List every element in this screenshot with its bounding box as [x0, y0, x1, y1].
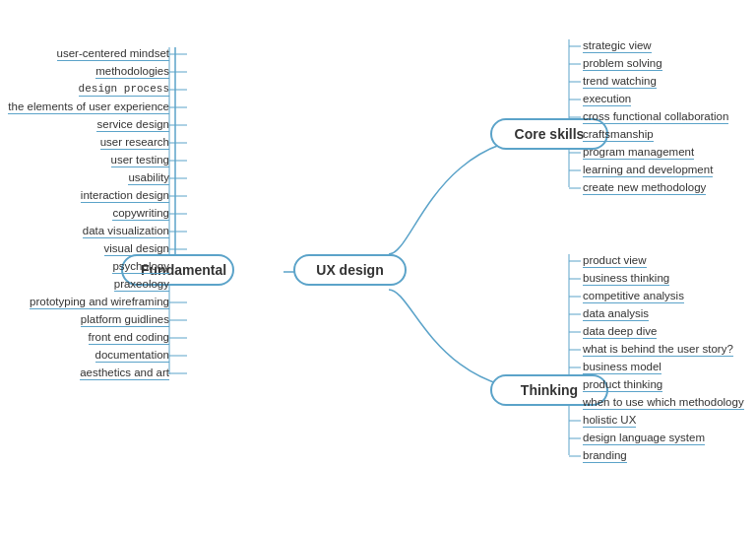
think-item-1: product view [583, 254, 647, 266]
left-item-14: praxeology [114, 278, 169, 290]
think-item-11: design language system [583, 432, 705, 443]
left-item-18: documentation [95, 349, 169, 361]
think-item-7: business model [583, 361, 662, 372]
core-item-9: create new methodology [583, 181, 706, 193]
core-item-3: trend watching [583, 75, 657, 87]
think-item-4: data analysis [583, 307, 649, 319]
think-item-8: product thinking [583, 378, 662, 390]
core-item-6: craftsmanship [583, 128, 654, 140]
think-item-3: competitive analysis [583, 290, 684, 301]
think-item-5: data deep dive [583, 325, 657, 337]
think-item-9: when to use which methodology [583, 396, 744, 408]
left-item-19: aesthetics and art [80, 366, 169, 378]
left-item-1: user-centered mindset [57, 47, 169, 59]
left-item-2: methodologies [95, 65, 169, 77]
left-item-9: interaction design [81, 189, 169, 201]
think-item-12: branding [583, 449, 627, 461]
ux-design-node[interactable]: UX design [293, 254, 407, 286]
left-item-7: user testing [111, 154, 169, 166]
left-item-12: visual design [104, 242, 169, 254]
thinking-label: Thinking [521, 382, 578, 398]
left-item-5: service design [96, 118, 169, 130]
core-item-4: execution [583, 93, 631, 104]
left-item-6: user research [100, 136, 169, 148]
core-item-7: program management [583, 146, 694, 158]
left-item-17: front end coding [89, 331, 169, 343]
left-item-3: design process [79, 83, 169, 95]
core-item-8: learning and development [583, 164, 713, 175]
think-item-2: business thinking [583, 272, 669, 284]
think-item-10: holistic UX [583, 414, 636, 426]
left-item-4: the elements of user experience [8, 100, 169, 112]
left-item-13: psychology [112, 260, 169, 272]
core-item-2: problem solving [583, 57, 662, 69]
mindmap-canvas: Fundamental UX design Core skills Thinki… [0, 0, 756, 533]
core-item-1: strategic view [583, 39, 652, 51]
core-skills-label: Core skills [515, 126, 585, 142]
left-item-11: data visualization [83, 225, 169, 236]
left-item-10: copywriting [112, 207, 169, 219]
core-item-5: cross functional collaboration [583, 110, 728, 122]
ux-design-label: UX design [316, 262, 383, 278]
left-item-8: usability [128, 171, 169, 183]
left-item-15: prototyping and wireframing [30, 296, 169, 307]
left-item-16: platform guidlines [81, 313, 169, 325]
think-item-6: what is behind the user story? [583, 343, 733, 355]
